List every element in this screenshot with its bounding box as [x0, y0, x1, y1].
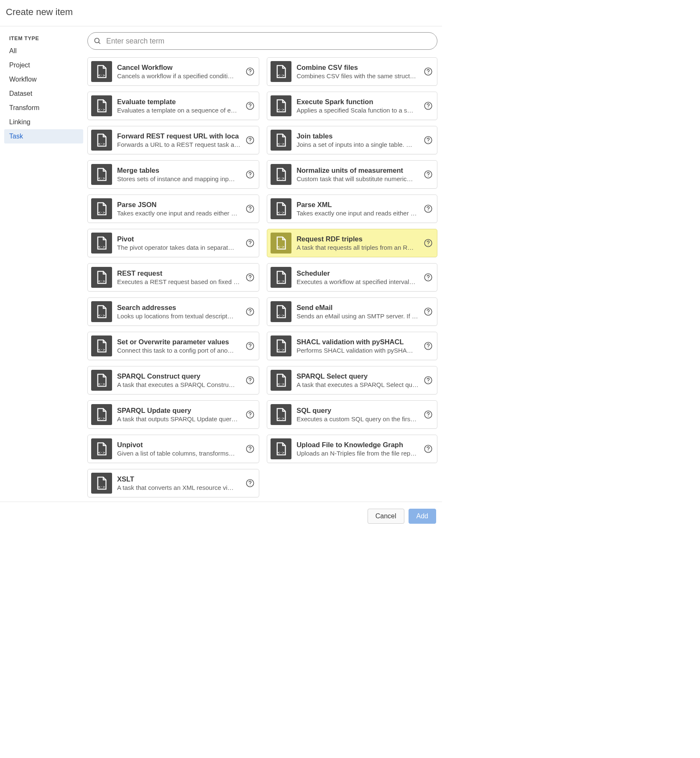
- item-card[interactable]: <·> Combine CSV filesCombines CSV files …: [267, 57, 437, 86]
- file-code-icon: <·>: [271, 61, 291, 82]
- sidebar-item-dataset[interactable]: Dataset: [4, 87, 83, 101]
- svg-text:<·>: <·>: [278, 73, 285, 77]
- cancel-button[interactable]: Cancel: [368, 509, 404, 524]
- sidebar-item-transform[interactable]: Transform: [4, 101, 83, 115]
- item-card[interactable]: <·> SPARQL Update queryA task that outpu…: [87, 400, 259, 429]
- item-card[interactable]: <·> Evaluate templateEvaluates a templat…: [87, 92, 259, 120]
- item-card[interactable]: <·> Join tablesJoins a set of inputs int…: [267, 126, 437, 154]
- svg-text:<·>: <·>: [278, 279, 285, 283]
- svg-point-67: [428, 416, 429, 417]
- sidebar-item-project[interactable]: Project: [4, 58, 83, 72]
- card-title: Search addresses: [117, 304, 240, 312]
- item-card[interactable]: <·> Forward REST request URL with locaFo…: [87, 126, 259, 154]
- card-title: Scheduler: [296, 269, 419, 277]
- help-icon[interactable]: [245, 444, 255, 453]
- item-card[interactable]: <·> Set or Overwrite parameter valuesCon…: [87, 332, 259, 360]
- card-desc: Applies a specified Scala function to a …: [296, 107, 419, 114]
- item-card[interactable]: <·> Merge tablesStores sets of instance …: [87, 160, 259, 189]
- add-button[interactable]: Add: [409, 509, 436, 524]
- card-text: Evaluate templateEvaluates a template on…: [117, 98, 240, 114]
- help-icon[interactable]: [424, 238, 433, 248]
- search-wrap: [87, 32, 437, 50]
- item-card[interactable]: <·> SPARQL Construct queryA task that ex…: [87, 366, 259, 394]
- card-desc: A task that requests all triples from an…: [296, 244, 419, 251]
- svg-point-7: [428, 73, 429, 74]
- file-code-icon: <·>: [271, 130, 291, 151]
- item-card[interactable]: <·> XSLTA task that converts an XML reso…: [87, 469, 259, 497]
- item-card[interactable]: <·> Parse XMLTakes exactly one input and…: [267, 195, 437, 223]
- help-icon[interactable]: [245, 479, 255, 488]
- help-icon[interactable]: [424, 101, 433, 110]
- file-code-icon: <·>: [271, 301, 291, 322]
- card-desc: Connect this task to a config port of an…: [117, 347, 240, 354]
- card-title: Execute Spark function: [296, 98, 419, 106]
- card-text: Cancel WorkflowCancels a workflow if a s…: [117, 64, 240, 79]
- item-card[interactable]: <·> Upload File to Knowledge GraphUpload…: [267, 435, 437, 463]
- card-text: Merge tablesStores sets of instance and …: [117, 166, 240, 182]
- help-icon[interactable]: [424, 67, 433, 76]
- svg-text:<·>: <·>: [278, 313, 285, 318]
- item-card[interactable]: <·> UnpivotGiven a list of table columns…: [87, 435, 259, 463]
- help-icon[interactable]: [424, 341, 433, 351]
- sidebar-item-linking[interactable]: Linking: [4, 115, 83, 129]
- search-input[interactable]: [87, 32, 437, 50]
- sidebar-item-all[interactable]: All: [4, 44, 83, 58]
- item-card[interactable]: <·> SPARQL Select queryA task that execu…: [267, 366, 437, 394]
- svg-text:<·>: <·>: [278, 382, 285, 386]
- help-icon[interactable]: [245, 67, 255, 76]
- card-desc: Custom task that will substitute numeric…: [296, 175, 419, 182]
- item-card[interactable]: <·> Execute Spark functionApplies a spec…: [267, 92, 437, 120]
- svg-text:<·>: <·>: [98, 73, 105, 77]
- file-code-icon: <·>: [91, 164, 112, 185]
- help-icon[interactable]: [424, 410, 433, 419]
- sidebar-item-task[interactable]: Task: [4, 129, 83, 143]
- item-card[interactable]: <·> Search addressesLooks up locations f…: [87, 297, 259, 326]
- help-icon[interactable]: [424, 170, 433, 179]
- help-icon[interactable]: [245, 136, 255, 145]
- card-title: REST request: [117, 269, 240, 277]
- item-card[interactable]: <·> Normalize units of measurementCustom…: [267, 160, 437, 189]
- item-card[interactable]: <·> REST requestExecutes a REST request …: [87, 263, 259, 292]
- help-icon[interactable]: [245, 170, 255, 179]
- svg-point-58: [250, 382, 250, 383]
- help-icon[interactable]: [245, 204, 255, 213]
- help-icon[interactable]: [245, 410, 255, 419]
- item-card[interactable]: <·> SchedulerExecutes a workflow at spec…: [267, 263, 437, 292]
- help-icon[interactable]: [245, 307, 255, 316]
- card-desc: Joins a set of inputs into a single tabl…: [296, 141, 419, 148]
- help-icon[interactable]: [424, 136, 433, 145]
- sidebar-heading: ITEM TYPE: [4, 32, 83, 44]
- card-desc: Takes exactly one input and reads either…: [117, 210, 240, 217]
- item-card[interactable]: <·> Cancel WorkflowCancels a workflow if…: [87, 57, 259, 86]
- help-icon[interactable]: [245, 341, 255, 351]
- item-card[interactable]: <·> Send eMailSends an eMail using an SM…: [267, 297, 437, 326]
- item-card[interactable]: <·> SHACL validation with pySHACLPerform…: [267, 332, 437, 360]
- help-icon[interactable]: [245, 238, 255, 248]
- help-icon[interactable]: [424, 204, 433, 213]
- svg-text:<·>: <·>: [278, 451, 285, 455]
- item-card[interactable]: <·> PivotThe pivot operator takes data i…: [87, 229, 259, 257]
- item-card[interactable]: <·> Parse JSONTakes exactly one input an…: [87, 195, 259, 223]
- svg-text:<·>: <·>: [98, 245, 105, 249]
- file-code-icon: <·>: [91, 473, 112, 494]
- help-icon[interactable]: [424, 307, 433, 316]
- sidebar-item-workflow[interactable]: Workflow: [4, 72, 83, 87]
- card-text: SPARQL Construct queryA task that execut…: [117, 372, 240, 388]
- help-icon[interactable]: [245, 101, 255, 110]
- file-code-icon: <·>: [271, 198, 291, 219]
- card-title: Normalize units of measurement: [296, 166, 419, 174]
- card-title: SPARQL Construct query: [117, 372, 240, 380]
- svg-text:<·>: <·>: [98, 176, 105, 180]
- help-icon[interactable]: [245, 273, 255, 282]
- item-card[interactable]: <·> Request RDF triplesA task that reque…: [267, 229, 437, 257]
- card-text: SPARQL Select queryA task that executes …: [296, 372, 419, 388]
- help-icon[interactable]: [424, 444, 433, 453]
- card-title: Evaluate template: [117, 98, 240, 106]
- help-icon[interactable]: [424, 273, 433, 282]
- card-title: Send eMail: [296, 304, 419, 312]
- item-card[interactable]: <·> SQL queryExecutes a custom SQL query…: [267, 400, 437, 429]
- help-icon[interactable]: [245, 376, 255, 385]
- card-text: Upload File to Knowledge GraphUploads an…: [296, 441, 419, 457]
- svg-point-43: [428, 279, 429, 280]
- help-icon[interactable]: [424, 376, 433, 385]
